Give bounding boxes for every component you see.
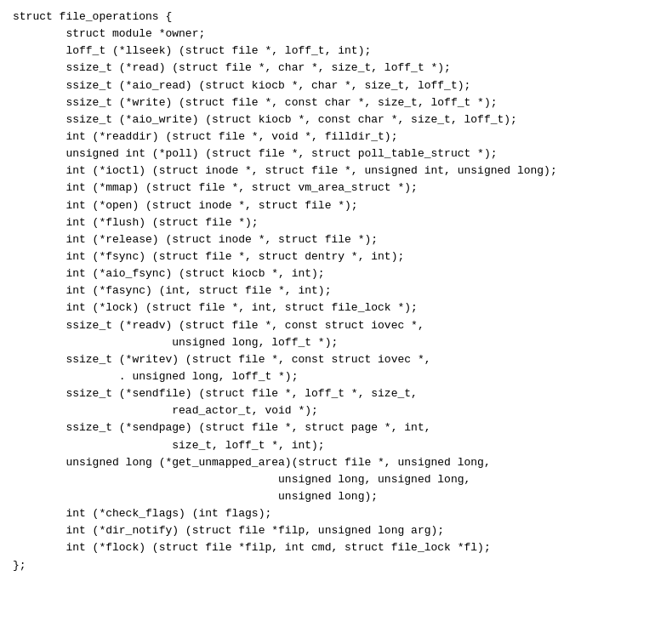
code-display: struct file_operations { struct module *… — [13, 9, 659, 574]
